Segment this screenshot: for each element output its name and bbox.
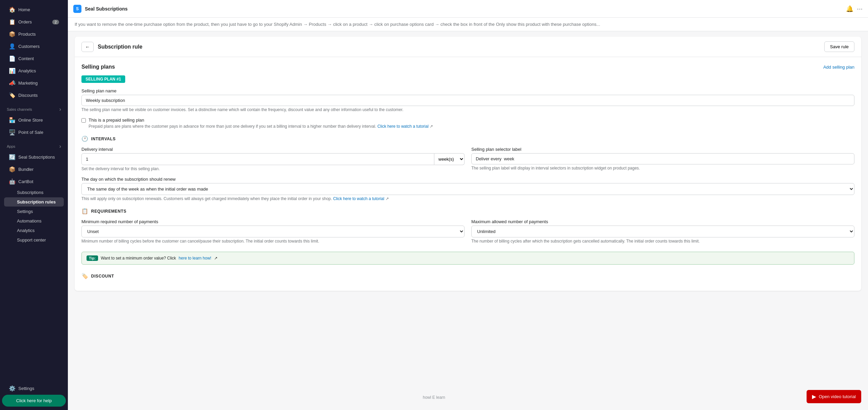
sidebar-item-customers[interactable]: 👤 Customers [4,40,64,52]
discount-icon: 🏷️ [81,273,89,279]
sidebar-item-label: Analytics [18,68,36,73]
min-payments-help: Minimum number of billing cycles before … [81,239,465,244]
video-tutorial-button[interactable]: ▶ Open video tutorial [807,390,861,403]
sidebar-sub-item-support-center[interactable]: Support center [4,235,64,245]
renew-day-help: This will apply only on subscription ren… [81,196,854,201]
sidebar-item-label: Orders [18,19,32,24]
sidebar-item-marketing[interactable]: 📣 Marketing [4,77,64,89]
add-selling-plan-button[interactable]: Add selling plan [823,65,854,70]
intervals-icon: 🕐 [81,136,89,142]
sidebar-item-label: Content [18,56,34,61]
selling-plan-name-input[interactable] [81,95,854,106]
selling-plan-selector-help: The selling plan label will display in i… [471,166,854,171]
sidebar-item-content[interactable]: 📄 Content [4,53,64,65]
sidebar-item-orders[interactable]: 📋 Orders 2 [4,16,64,28]
sidebar-item-label: Seal Subscriptions [18,155,55,160]
prepaid-checkbox-label: This is a prepaid selling plan [89,118,433,123]
sidebar-item-settings[interactable]: ⚙️ Settings [4,382,64,394]
delivery-interval-input-group: day(s)week(s)month(s)year(s) [81,153,465,165]
tip-box: Tip: Want to set a minimum order value? … [81,252,854,265]
prepaid-checkbox-row: This is a prepaid selling plan Prepaid p… [81,118,854,129]
online-store-icon: 🏪 [9,117,15,123]
sidebar-sub-item-settings[interactable]: Settings [4,207,64,216]
renew-day-tutorial-link[interactable]: Click here to watch a tutorial [333,196,384,201]
sidebar-item-products[interactable]: 📦 Products [4,28,64,40]
products-icon: 📦 [9,31,15,37]
tip-label: Tip: [87,255,98,261]
selling-plan-selector-group: Selling plan selector label The selling … [471,147,854,171]
sidebar-sub-item-subscription-rules[interactable]: Subscription rules [4,197,64,207]
sidebar-item-label: CartBot [18,179,33,184]
rule-card-title: Subscription rule [98,44,820,50]
sidebar-item-label: Point of Sale [18,130,43,135]
sidebar-sub-item-subscriptions[interactable]: Subscriptions [4,188,64,197]
prepaid-checkbox[interactable] [81,118,86,123]
rule-card-header: ← Subscription rule Save rule [75,37,861,57]
selling-plan-selector-input[interactable] [471,153,854,164]
seal-subscriptions-icon: 🔄 [9,154,15,160]
more-options-button[interactable]: ··· [857,5,863,13]
sidebar-item-point-of-sale[interactable]: 🖥️ Point of Sale [4,126,64,138]
max-payments-label: Maximum allowed number of payments [471,219,854,224]
discounts-icon: 🏷️ [9,92,15,99]
tip-learn-link[interactable]: here to learn how! [179,256,211,261]
sidebar: 🏠 Home 📋 Orders 2📦 Products 👤 Customers … [0,0,68,410]
save-rule-button[interactable]: Save rule [824,41,854,52]
min-payments-label: Minimum required number of payments [81,219,465,224]
requirements-grid: Minimum required number of payments Unse… [81,219,854,249]
intervals-divider: 🕐 INTERVALS [81,136,854,142]
intervals-grid: Delivery interval day(s)week(s)month(s)y… [81,147,854,177]
top-bar: S Seal Subscriptions 🔔 ··· [68,0,868,18]
delivery-interval-input[interactable] [81,153,434,165]
sidebar-item-discounts[interactable]: 🏷️ Discounts [4,89,64,101]
sidebar-item-home[interactable]: 🏠 Home [4,4,64,16]
max-payments-help: The number of billing cycles after which… [471,239,854,244]
discount-divider: 🏷️ DISCOUNT [81,273,854,279]
youtube-icon: ▶ [812,393,816,400]
delivery-interval-unit-select[interactable]: day(s)week(s)month(s)year(s) [434,153,465,165]
bundler-icon: 📦 [9,166,15,173]
selling-plans-section-title: Selling plans Add selling plan [81,64,854,70]
howl-text: howl E learn [423,395,445,400]
customers-icon: 👤 [9,43,15,50]
sidebar-item-label: Home [18,7,30,12]
requirements-icon: 📋 [81,208,89,214]
back-button[interactable]: ← [81,42,94,52]
point-of-sale-icon: 🖥️ [9,129,15,136]
app-title: Seal Subscriptions [85,6,128,12]
min-payments-select[interactable]: Unset12345612 [81,226,465,237]
delivery-interval-label: Delivery interval [81,147,465,152]
apps-label: Apps › [2,139,66,151]
sidebar-item-seal-subscriptions[interactable]: 🔄 Seal Subscriptions [4,151,64,163]
selling-plan-selector-label: Selling plan selector label [471,147,854,152]
sidebar-item-bundler[interactable]: 📦 Bundler [4,163,64,175]
sidebar-bottom: ⚙️ Settings Click here for help [0,379,68,410]
renew-day-select[interactable]: The same day of the week as when the ini… [81,183,854,195]
selling-plan-tab[interactable]: SELLING PLAN #1 [81,75,125,83]
sidebar-item-label: Bundler [18,167,34,172]
delivery-interval-help: Set the delivery interval for this selli… [81,166,465,171]
content-area: If you want to remove the one-time purch… [68,18,868,410]
sales-channels-label: Sales channels › [2,102,66,114]
notifications-icon[interactable]: 🔔 [846,5,853,13]
sidebar-item-analytics[interactable]: 📊 Analytics [4,65,64,77]
page-banner: If you want to remove the one-time purch… [68,18,868,31]
main-area: S Seal Subscriptions 🔔 ··· If you want t… [68,0,868,410]
selling-plan-name-group: Selling plan name The selling plan name … [81,88,854,112]
requirements-divider: 📋 REQUIREMENTS [81,208,854,214]
sidebar-item-label: Products [18,32,36,37]
sidebar-item-cartbot[interactable]: 🤖 CartBot [4,176,64,188]
subscription-rule-card: ← Subscription rule Save rule Selling pl… [75,37,861,291]
content-icon: 📄 [9,55,15,62]
sidebar-sub-item-automations[interactable]: Automations [4,216,64,226]
renew-day-group: The day on which the subscription should… [81,177,854,201]
max-payments-select[interactable]: Unlimited12361224 [471,226,854,237]
selling-plan-name-help: The selling plan name will be visible on… [81,107,854,112]
rule-card-body: Selling plans Add selling plan SELLING P… [75,57,861,291]
sidebar-sub-item-analytics[interactable]: Analytics [4,226,64,235]
help-button[interactable]: Click here for help [2,395,66,407]
prepaid-checkbox-desc: Prepaid plans are plans where the custom… [89,124,433,129]
sidebar-item-online-store[interactable]: 🏪 Online Store [4,114,64,126]
prepaid-tutorial-link[interactable]: Click here to watch a tutorial [377,124,429,129]
sidebar-item-label: Customers [18,44,40,49]
